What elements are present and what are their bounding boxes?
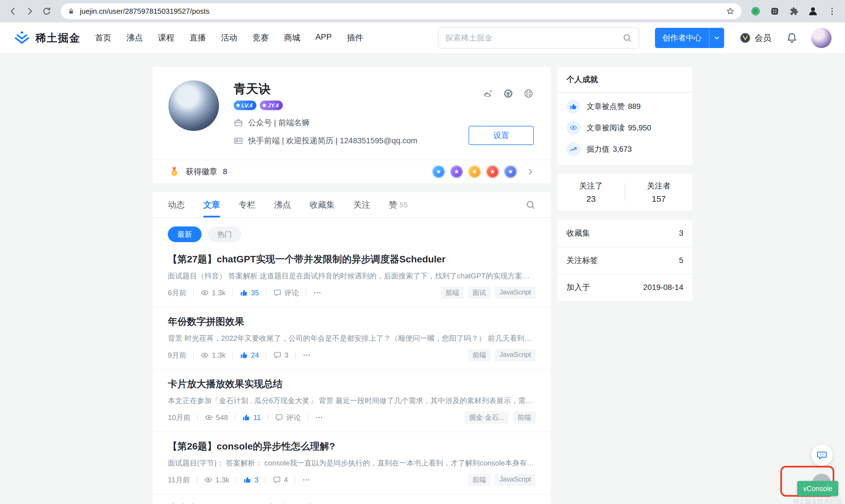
chevron-right-icon[interactable]	[526, 167, 535, 176]
nav-item-app[interactable]: APP	[315, 29, 332, 47]
article-item[interactable]: 年份数字拼图效果 背景 时光荏苒，2022年又要收尾了，公司的年会是不是都安排上…	[153, 307, 551, 370]
address-bar[interactable]: juejin.cn/user/2875978150319527/posts	[61, 3, 742, 19]
tab-columns[interactable]: 专栏	[239, 192, 256, 217]
tab-following[interactable]: 关注	[353, 192, 370, 217]
member-badge-icon	[739, 32, 751, 44]
nav-item-pins[interactable]: 沸点	[126, 29, 143, 47]
divider	[268, 414, 268, 421]
nav-item-plugins[interactable]: 插件	[347, 29, 363, 47]
article-like-button[interactable]: 24	[240, 351, 259, 360]
article-more-button[interactable]	[302, 351, 311, 359]
article-tag[interactable]: JavaScript	[495, 474, 535, 486]
header-avatar[interactable]	[811, 28, 831, 48]
reload-button[interactable]	[38, 3, 55, 20]
article-tag[interactable]: 掘金·金石...	[465, 411, 509, 424]
article-tag[interactable]: 前端	[441, 287, 463, 299]
divider	[266, 352, 266, 359]
member-link[interactable]: 会员	[739, 32, 771, 44]
article-item[interactable]: 卡片放大播放效果实现总结 本文正在参加「金石计划 . 瓜分6万现金大奖」 背景 …	[153, 370, 551, 432]
vconsole-button[interactable]: vConsole	[797, 481, 838, 496]
article-item[interactable]: 【第27题】chatGPT实现一个带并发限制的异步调度器Scheduler 面试…	[153, 245, 551, 307]
browser-menu-icon[interactable]	[824, 3, 841, 20]
following-link[interactable]: 关注了 23	[558, 181, 624, 204]
level-badge[interactable]: LV.4	[234, 101, 257, 110]
bookmark-star-icon[interactable]	[726, 7, 735, 16]
filter-latest[interactable]: 最新	[168, 227, 201, 242]
article-like-button[interactable]: 35	[240, 289, 259, 297]
achievements-title: 个人成就	[558, 67, 692, 93]
article-more-button[interactable]	[313, 289, 321, 297]
tab-collections[interactable]: 收藏集	[310, 192, 335, 217]
article-meta: 10月前 548 11 评论 掘金·金石... 前端	[168, 411, 535, 424]
article-comment-button[interactable]: 3	[273, 351, 288, 360]
extension-green-dot-icon[interactable]	[747, 3, 764, 20]
article-more-button[interactable]	[315, 413, 323, 422]
followers-link[interactable]: 关注者 157	[625, 181, 692, 204]
browser-profile-icon[interactable]	[805, 3, 822, 20]
lock-icon	[68, 7, 75, 15]
article-tag[interactable]: 前端	[468, 349, 491, 361]
article-title[interactable]: 擦玻璃效果-鼠标移动响应时间粒度问题	[168, 502, 535, 504]
creator-badge[interactable]: JY.4	[260, 101, 282, 110]
feedback-chat-button[interactable]	[811, 445, 833, 466]
nav-item-live[interactable]: 直播	[190, 29, 206, 47]
juejin-logo[interactable]: 稀土掘金	[14, 31, 81, 45]
site-search[interactable]	[438, 27, 639, 49]
watermark: 稀土掘金技术社区	[793, 497, 842, 504]
website-icon[interactable]	[523, 88, 534, 99]
article-item[interactable]: 【第26题】console的异步性怎么理解? 面试题目(字节)： 答案解析： c…	[153, 432, 551, 494]
nav-item-contest[interactable]: 竞赛	[252, 29, 269, 47]
search-input[interactable]	[445, 33, 622, 42]
article-title[interactable]: 卡片放大播放效果实现总结	[168, 377, 535, 391]
settings-button[interactable]: 设置	[469, 126, 534, 145]
tab-likes[interactable]: 赞55	[389, 192, 408, 217]
article-more-button[interactable]	[302, 475, 310, 484]
tab-dynamic[interactable]: 动态	[168, 192, 185, 217]
achievement-power: 掘力值3,673	[566, 142, 683, 156]
creator-center-dropdown[interactable]	[709, 28, 724, 48]
extensions-puzzle-icon[interactable]	[786, 3, 802, 20]
creator-center-button[interactable]: 创作者中心	[655, 28, 724, 48]
article-comment-button[interactable]: 评论	[273, 288, 299, 298]
article-meta: 9月前 1.3k 24 3 前端 JavaScript	[168, 349, 535, 361]
article-item[interactable]: 擦玻璃效果-鼠标移动响应时间粒度问题 我正在参加「掘金·启航计划」 问题描述： …	[153, 494, 551, 504]
article-like-button[interactable]: 3	[243, 475, 258, 484]
article-tag[interactable]: 前端	[513, 411, 535, 424]
article-title[interactable]: 【第26题】console的异步性怎么理解?	[168, 439, 535, 453]
stats-card: 收藏集 3 关注标签 5 加入于 2019-08-14	[558, 220, 692, 301]
article-title[interactable]: 【第27题】chatGPT实现一个带并发限制的异步调度器Scheduler	[168, 252, 535, 266]
tab-pins[interactable]: 沸点	[274, 192, 291, 217]
bell-icon	[786, 32, 798, 44]
tab-search-icon[interactable]	[525, 200, 535, 210]
tab-articles[interactable]: 文章	[203, 192, 220, 217]
member-label: 会员	[755, 32, 771, 44]
stat-followed-tags[interactable]: 关注标签 5	[558, 247, 692, 274]
filter-hot[interactable]: 热门	[208, 227, 242, 242]
weibo-icon[interactable]	[483, 88, 493, 99]
forward-button[interactable]	[21, 3, 38, 20]
article-tag[interactable]: JavaScript	[495, 349, 535, 361]
divider	[295, 476, 295, 484]
badges-row[interactable]: 获得徽章 8 ★ ★ ★ ★ ★	[153, 160, 551, 183]
comment-icon	[273, 351, 282, 359]
article-tag[interactable]: 前端	[468, 474, 491, 486]
stat-collections[interactable]: 收藏集 3	[558, 220, 692, 247]
search-icon[interactable]	[622, 33, 632, 43]
nav-item-mall[interactable]: 商城	[284, 29, 300, 47]
article-comment-button[interactable]: 4	[273, 475, 288, 484]
article-like-button[interactable]: 11	[242, 413, 261, 422]
nav-item-home[interactable]: 首页	[95, 29, 111, 47]
github-icon[interactable]	[503, 88, 514, 99]
ellipsis-icon	[315, 413, 323, 422]
nav-item-courses[interactable]: 课程	[158, 29, 174, 47]
divider	[235, 414, 235, 421]
notification-bell-button[interactable]	[786, 32, 798, 44]
nav-item-events[interactable]: 活动	[221, 29, 237, 47]
article-tag[interactable]: JavaScript	[495, 287, 535, 299]
article-tag[interactable]: 面试	[468, 287, 491, 299]
article-comment-button[interactable]: 评论	[275, 413, 301, 422]
back-button[interactable]	[4, 3, 21, 20]
extension-grid-icon[interactable]	[766, 3, 783, 20]
article-title[interactable]: 年份数字拼图效果	[168, 314, 535, 328]
main-column: 青天诀 LV.4 JY.4 公众号 | 前端名狮 快手	[153, 67, 551, 504]
